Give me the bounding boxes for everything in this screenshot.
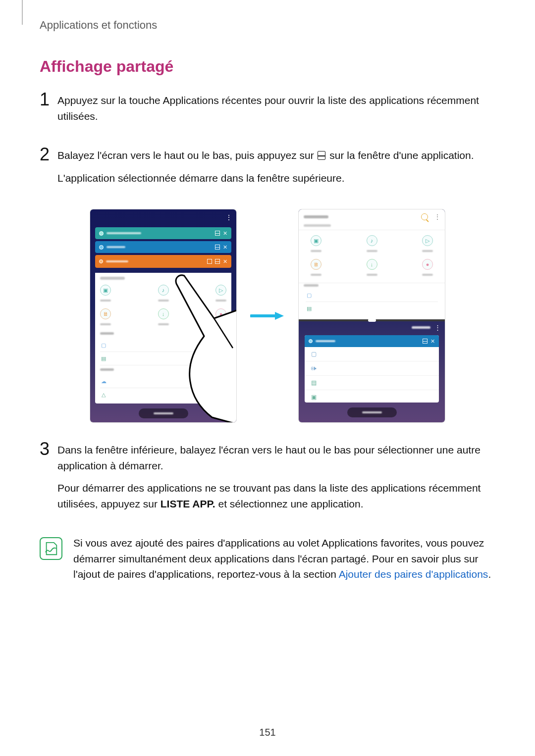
list-item: ▣ xyxy=(305,390,439,403)
documents-icon: 🗎 xyxy=(311,259,321,270)
cloud-icon: ☁ xyxy=(100,378,107,385)
display-icon: ▣ xyxy=(310,393,318,401)
videos-icon: ▷ xyxy=(422,235,433,246)
drive-icon: △ xyxy=(100,391,107,398)
downloads-icon: ↓ xyxy=(158,308,169,319)
videos-icon: ▷ xyxy=(215,285,226,296)
sound-icon: 🕪 xyxy=(310,364,318,372)
svg-marker-0 xyxy=(275,312,284,320)
downloads-icon: ↓ xyxy=(367,259,377,270)
documents-icon: 🗎 xyxy=(100,308,111,319)
arrow-right-icon xyxy=(250,311,285,321)
list-item: 🕪 xyxy=(305,361,439,376)
note-icon xyxy=(40,537,62,560)
step-1-body: Appuyez sur la touche Applications récen… xyxy=(57,93,495,131)
section-title: Affichage partagé xyxy=(40,57,495,76)
split-screen-icon xyxy=(318,151,325,160)
images-icon: ▣ xyxy=(311,235,321,246)
audio-icon: ♪ xyxy=(367,235,377,246)
split-divider-handle xyxy=(299,319,445,321)
split-button-icon xyxy=(215,245,220,250)
step-number-1: 1 xyxy=(40,91,57,108)
recent-card: ✕ xyxy=(95,255,231,268)
images-icon: ▣ xyxy=(100,285,111,296)
app-list-label xyxy=(412,326,430,329)
connections-icon: ▢ xyxy=(310,350,318,358)
recent-card: ✕ xyxy=(95,241,231,253)
install-icon: ● xyxy=(422,259,433,270)
step-number-2: 2 xyxy=(40,146,57,163)
list-item: ▤ xyxy=(305,376,439,390)
split-button-icon xyxy=(423,339,428,344)
search-icon xyxy=(421,213,428,220)
step-2: 2 Balayez l'écran vers le haut ou le bas… xyxy=(40,148,495,193)
close-all-pill xyxy=(347,407,397,417)
close-icon: ✕ xyxy=(223,259,227,264)
close-icon: ✕ xyxy=(223,245,227,250)
split-button-icon xyxy=(215,231,220,236)
link-app-pairs[interactable]: Ajouter des paires d'applications xyxy=(339,568,488,580)
install-icon: ● xyxy=(215,308,226,319)
more-icon: ⋮ xyxy=(434,324,440,331)
sd-card-icon: ▤ xyxy=(100,355,107,362)
window-icon xyxy=(207,259,212,264)
breadcrumb: Applications et fonctions xyxy=(40,19,495,32)
figure-recent-apps: ⋮ ✕ ✕ ✕ ▣ ♪ xyxy=(90,209,236,422)
step-1: 1 Appuyez sur la touche Applications réc… xyxy=(40,93,495,131)
split-button-icon xyxy=(215,259,220,264)
list-item: ▢ xyxy=(305,347,439,361)
figure-row: ⋮ ✕ ✕ ✕ ▣ ♪ xyxy=(40,209,495,422)
step-3-body: Dans la fenêtre inférieure, balayez l'éc… xyxy=(57,442,495,518)
figure-split-view: ⋮ ▣ ♪ ▷ 🗎 ↓ xyxy=(299,209,445,422)
more-icon: ⋮ xyxy=(432,213,440,221)
step-number-3: 3 xyxy=(40,440,57,458)
close-all-pill xyxy=(139,408,188,418)
step-2-body: Balayez l'écran vers le haut ou le bas, … xyxy=(57,148,495,193)
note-body: Si vous avez ajouté des paires d'applica… xyxy=(73,535,495,582)
sd-card-icon: ▤ xyxy=(306,305,313,312)
recent-card: ✕ xyxy=(95,227,231,239)
phone-storage-icon: ▢ xyxy=(306,292,313,299)
close-icon: ✕ xyxy=(430,339,435,344)
audio-icon: ♪ xyxy=(158,285,169,296)
step-3: 3 Dans la fenêtre inférieure, balayez l'… xyxy=(40,442,495,518)
close-icon: ✕ xyxy=(223,231,227,236)
note-block: Si vous avez ajouté des paires d'applica… xyxy=(40,535,495,582)
more-icon: ⋮ xyxy=(225,213,231,221)
page-number: 151 xyxy=(0,727,535,738)
phone-storage-icon: ▢ xyxy=(100,342,107,349)
notifications-icon: ▤ xyxy=(310,379,318,387)
